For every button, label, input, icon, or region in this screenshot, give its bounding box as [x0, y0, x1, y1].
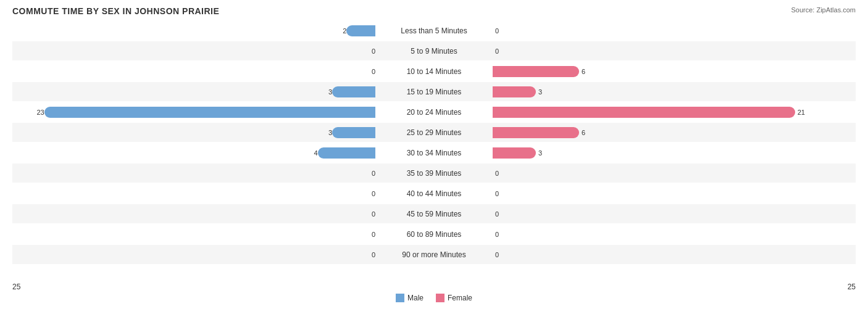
row-label: 40 to 44 Minutes	[378, 189, 490, 198]
row-label: 20 to 24 Minutes	[378, 108, 490, 117]
bar-row: 23 20 to 24 Minutes 21	[12, 102, 856, 122]
bar-row: 0 40 to 44 Minutes 0	[12, 184, 856, 203]
female-bar	[493, 127, 579, 138]
row-label: 15 to 19 Minutes	[378, 88, 490, 96]
male-value: 3	[320, 129, 332, 136]
bar-row: 2 Less than 5 Minutes 0	[12, 21, 856, 40]
female-value: 0	[495, 210, 507, 218]
female-value: 6	[582, 129, 594, 136]
male-bar	[332, 127, 375, 138]
row-label: 60 to 89 Minutes	[378, 230, 490, 239]
female-value: 0	[495, 47, 507, 55]
row-label: Less than 5 Minutes	[378, 27, 490, 35]
female-legend-label: Female	[448, 294, 472, 302]
bar-row: 3 15 to 19 Minutes 3	[12, 82, 856, 101]
male-value: 3	[320, 88, 332, 96]
male-value: 0	[363, 251, 375, 258]
male-value: 0	[363, 231, 375, 238]
legend-female: Female	[436, 294, 472, 302]
female-bar	[493, 107, 795, 118]
male-value: 0	[363, 190, 375, 197]
chart-title: COMMUTE TIME BY SEX IN JOHNSON PRAIRIE	[12, 6, 856, 16]
male-value: 4	[306, 149, 318, 157]
male-value: 0	[363, 210, 375, 218]
female-bar	[493, 86, 536, 97]
female-bar	[493, 66, 579, 77]
female-bar	[493, 147, 536, 159]
male-bar	[44, 107, 375, 118]
legend: Male Female	[12, 294, 856, 302]
bar-row: 0 35 to 39 Minutes 0	[12, 163, 856, 183]
male-value: 2	[334, 27, 346, 35]
row-label: 30 to 34 Minutes	[378, 149, 490, 157]
female-value: 6	[582, 68, 594, 75]
source-text: Source: ZipAtlas.com	[791, 6, 856, 14]
bar-row: 3 25 to 29 Minutes 6	[12, 123, 856, 142]
bar-row: 0 5 to 9 Minutes 0	[12, 41, 856, 60]
female-value: 3	[538, 88, 551, 96]
right-axis-label: 25	[848, 283, 856, 291]
bar-row: 0 10 to 14 Minutes 6	[12, 62, 856, 81]
bar-row: 0 90 or more Minutes 0	[12, 245, 856, 264]
bar-row: 0 45 to 59 Minutes 0	[12, 204, 856, 223]
female-value: 0	[495, 190, 507, 197]
female-legend-box	[436, 294, 444, 302]
female-value: 0	[495, 231, 507, 238]
male-bar	[346, 25, 375, 36]
female-value: 0	[495, 170, 507, 177]
row-label: 90 or more Minutes	[378, 250, 490, 259]
bar-row: 4 30 to 34 Minutes 3	[12, 143, 856, 162]
row-label: 35 to 39 Minutes	[378, 169, 490, 178]
bar-row: 0 60 to 89 Minutes 0	[12, 225, 856, 244]
male-value: 23	[32, 109, 44, 116]
female-value: 3	[538, 149, 551, 157]
male-bar	[318, 147, 375, 159]
male-value: 0	[363, 170, 375, 177]
male-legend-label: Male	[407, 294, 424, 302]
female-value: 0	[495, 251, 507, 258]
row-label: 5 to 9 Minutes	[378, 47, 490, 56]
chart-container: COMMUTE TIME BY SEX IN JOHNSON PRAIRIE S…	[0, 0, 868, 322]
row-label: 25 to 29 Minutes	[378, 128, 490, 137]
female-value: 0	[495, 27, 507, 35]
male-value: 0	[363, 47, 375, 55]
legend-male: Male	[396, 294, 424, 302]
row-label: 10 to 14 Minutes	[378, 67, 490, 76]
bars-container: 2 Less than 5 Minutes 0 0 5 to	[12, 21, 856, 280]
female-value: 21	[798, 109, 810, 116]
male-value: 0	[363, 68, 375, 75]
male-bar	[332, 86, 375, 97]
male-legend-box	[396, 294, 404, 302]
row-label: 45 to 59 Minutes	[378, 210, 490, 218]
left-axis-label: 25	[12, 283, 20, 291]
